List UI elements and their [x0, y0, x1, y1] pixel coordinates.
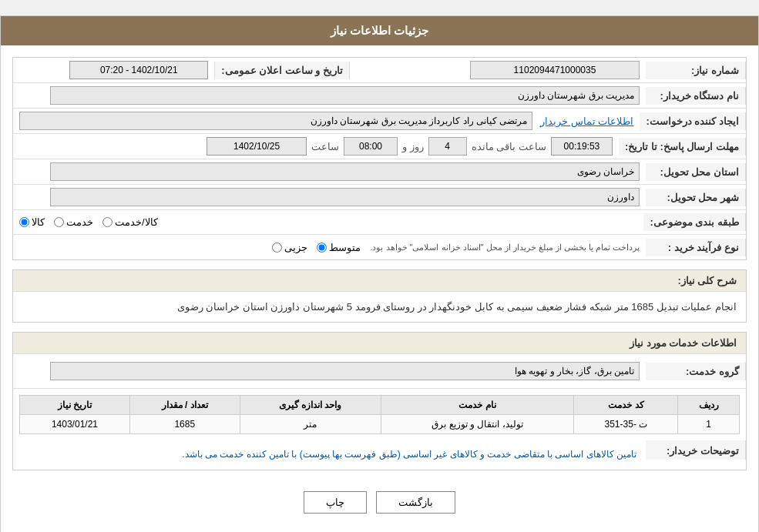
col-quantity: تعداد / مقدار [129, 396, 240, 415]
purchase-type-motavaset[interactable]: متوسط [317, 242, 361, 253]
table-row: 1ت -35-351تولید، انتقال و توزیع برقمتر16… [20, 415, 740, 434]
deadline-date-input[interactable] [207, 137, 307, 156]
row-category: طبقه بندی موضوعی: کالا/خدمت خدمت کالا [13, 210, 746, 235]
col-date: تاریخ نیاز [20, 396, 130, 415]
deadline-label: مهلت ارسال پاسخ: تا تاریخ: [619, 138, 746, 156]
row-creator: ایجاد کننده درخواست: اطلاعات تماس خریدار [13, 109, 746, 134]
buyer-org-value [13, 83, 646, 108]
deadline-time-label: ساعت [311, 141, 339, 152]
col-unit: واحد اندازه گیری [240, 396, 381, 415]
need-number-input[interactable] [470, 61, 640, 79]
table-cell: تولید، انتقال و توزیع برق [381, 415, 574, 434]
purchase-type-note: پرداخت تمام یا بخشی از مبلغ خریدار از مح… [370, 243, 640, 253]
need-description-text: انجام عملیات تبدیل 1685 متر شبکه فشار ضع… [13, 292, 746, 322]
table-cell: 1403/01/21 [20, 415, 130, 434]
table-cell: 1 [678, 415, 740, 434]
need-description-title: شرح کلی نیاز: [13, 270, 746, 292]
table-cell: ت -35-351 [574, 415, 678, 434]
buyer-org-input[interactable] [50, 86, 640, 105]
row-deadline: مهلت ارسال پاسخ: تا تاریخ: ساعت باقی مان… [13, 134, 746, 159]
content-area: شماره نیاز: تاریخ و ساعت اعلان عمومی: نا… [1, 45, 758, 532]
page-title: جزئیات اطلاعات نیاز [331, 24, 428, 37]
row-buyer-org: نام دستگاه خریدار: [13, 83, 746, 109]
service-info-section: اطلاعات خدمات مورد نیاز گروه خدمت: ردیف … [12, 332, 747, 470]
table-cell: 1685 [129, 415, 240, 434]
print-button[interactable]: چاپ [304, 491, 367, 514]
col-row-num: ردیف [678, 396, 740, 415]
creator-value: اطلاعات تماس خریدار [13, 109, 640, 133]
row-province: استان محل تحویل: [13, 159, 746, 185]
button-row: بازگشت چاپ [12, 480, 747, 525]
category-radio-group: کالا/خدمت خدمت کالا [19, 216, 637, 228]
table-cell: متر [240, 415, 381, 434]
service-table: ردیف کد خدمت نام خدمت واحد اندازه گیری ت… [19, 395, 740, 434]
main-form-section: شماره نیاز: تاریخ و ساعت اعلان عمومی: نا… [12, 57, 747, 260]
service-group-input[interactable] [50, 362, 640, 380]
service-table-container: ردیف کد خدمت نام خدمت واحد اندازه گیری ت… [13, 389, 746, 440]
purchase-type-label: نوع فرآیند خرید : [646, 239, 746, 256]
category-kala[interactable]: کالا [19, 216, 45, 228]
page-wrapper: جزئیات اطلاعات نیاز شماره نیاز: تاریخ و … [0, 15, 759, 532]
service-group-label: گروه خدمت: [646, 363, 746, 380]
province-label: استان محل تحویل: [646, 163, 746, 181]
deadline-days-input[interactable] [428, 137, 467, 156]
purchase-type-radio-group: پرداخت تمام یا بخشی از مبلغ خریدار از مح… [272, 242, 640, 253]
category-kala-khedmat[interactable]: کالا/خدمت [102, 216, 158, 228]
deadline-time-input[interactable] [344, 137, 398, 156]
row-purchase-type: نوع فرآیند خرید : پرداخت تمام یا بخشی از… [13, 235, 746, 259]
buyer-desc-text: تامین کالاهای اساسی با متقاضی خدمت و کال… [13, 440, 646, 470]
row-need-number: شماره نیاز: تاریخ و ساعت اعلان عمومی: [13, 58, 746, 83]
purchase-type-jozii[interactable]: جزیی [272, 242, 307, 253]
creator-input[interactable] [19, 112, 532, 130]
creator-contact-link[interactable]: اطلاعات تماس خریدار [540, 115, 633, 127]
page-header: جزئیات اطلاعات نیاز [1, 16, 758, 45]
announce-input[interactable] [69, 61, 208, 79]
category-khedmat[interactable]: خدمت [54, 216, 93, 228]
buyer-desc-label: توضیحات خریدار: [646, 440, 746, 460]
city-input[interactable] [50, 188, 640, 206]
need-number-value [350, 58, 646, 82]
col-name: نام خدمت [381, 396, 574, 415]
deadline-remaining-input[interactable] [551, 137, 613, 156]
province-value [13, 159, 646, 184]
city-value [13, 185, 646, 209]
announce-label: تاریخ و ساعت اعلان عمومی: [214, 62, 350, 79]
city-label: شهر محل تحویل: [646, 189, 746, 206]
back-button[interactable]: بازگشت [376, 491, 455, 514]
category-label: طبقه بندی موضوعی: [643, 213, 746, 231]
need-description-section: شرح کلی نیاز: انجام عملیات تبدیل 1685 مت… [12, 269, 747, 323]
need-number-label: شماره نیاز: [646, 62, 746, 79]
row-buyer-desc: توضیحات خریدار: تامین کالاهای اساسی با م… [13, 440, 746, 470]
creator-label: ایجاد کننده درخواست: [640, 112, 746, 130]
announce-value [13, 58, 214, 82]
row-service-group: گروه خدمت: [13, 354, 746, 389]
deadline-remaining-label: ساعت باقی مانده [472, 141, 546, 152]
buyer-org-label: نام دستگاه خریدار: [646, 87, 746, 105]
service-info-title: اطلاعات خدمات مورد نیاز [13, 333, 746, 354]
row-city: شهر محل تحویل: [13, 185, 746, 210]
deadline-days-label: روز و [402, 141, 424, 152]
province-input[interactable] [50, 162, 640, 181]
col-code: کد خدمت [574, 396, 678, 415]
purchase-type-note-item: پرداخت تمام یا بخشی از مبلغ خریدار از مح… [370, 243, 640, 253]
